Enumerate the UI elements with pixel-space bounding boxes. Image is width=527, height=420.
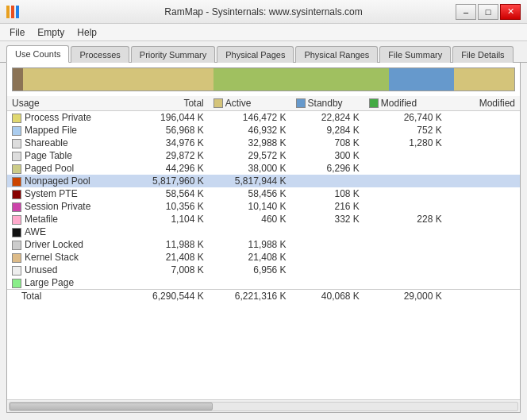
cell-total: 7,008 K	[126, 264, 209, 276]
cell-modified2	[447, 175, 520, 187]
tab-processes[interactable]: Processes	[71, 46, 129, 63]
cell-usage: Total	[7, 290, 126, 303]
cell-modified2	[447, 124, 520, 137]
cell-modified2	[447, 264, 520, 276]
row-color-indicator	[12, 228, 21, 237]
cell-modified: 29,000 K	[364, 290, 447, 303]
cell-modified	[364, 251, 447, 264]
cell-active: 5,817,944 K	[209, 175, 291, 187]
cell-modified	[364, 238, 447, 251]
table-row: Kernel Stack21,408 K21,408 K	[7, 251, 520, 264]
cell-standby	[291, 276, 364, 290]
cell-active: 29,572 K	[209, 149, 291, 162]
table-area: Usage Total Active Standby	[7, 96, 520, 412]
menu-bar: File Empty Help	[0, 24, 527, 41]
table-row: Session Private10,356 K10,140 K216 K	[7, 200, 520, 213]
horizontal-scrollbar[interactable]	[7, 399, 520, 412]
table-row: Shareable34,976 K32,988 K708 K1,280 K	[7, 137, 520, 149]
cell-active: 10,140 K	[209, 200, 291, 213]
cell-modified2	[447, 137, 520, 149]
cell-active: 21,408 K	[209, 251, 291, 264]
scroll-thumb[interactable]	[10, 403, 213, 410]
main-content: Usage Total Active Standby	[6, 63, 521, 413]
cell-usage: Session Private	[7, 200, 126, 213]
tab-file-details[interactable]: File Details	[452, 46, 513, 63]
cell-total: 10,356 K	[126, 200, 209, 213]
cell-modified	[364, 187, 447, 200]
cell-total: 58,564 K	[126, 187, 209, 200]
cell-standby	[291, 175, 364, 187]
cell-standby: 6,296 K	[291, 162, 364, 175]
cell-active: 6,956 K	[209, 264, 291, 276]
menu-help[interactable]: Help	[71, 25, 103, 40]
standby-color-box	[296, 98, 306, 108]
cell-total	[126, 276, 209, 290]
data-table: Usage Total Active Standby	[7, 96, 520, 302]
table-row: Nonpaged Pool5,817,960 K5,817,944 K	[7, 175, 520, 187]
table-scroll[interactable]: Usage Total Active Standby	[7, 96, 520, 399]
cell-modified	[364, 225, 447, 238]
cell-usage: Large Page	[7, 276, 126, 290]
tab-file-summary[interactable]: File Summary	[379, 46, 451, 63]
cell-modified2	[447, 162, 520, 175]
cell-standby: 332 K	[291, 213, 364, 225]
cell-standby: 216 K	[291, 200, 364, 213]
cell-modified2	[447, 276, 520, 290]
cell-modified: 1,280 K	[364, 137, 447, 149]
tab-physical-ranges[interactable]: Physical Ranges	[295, 46, 378, 63]
cell-usage: Kernel Stack	[7, 251, 126, 264]
cell-modified	[364, 175, 447, 187]
cell-usage: Paged Pool	[7, 162, 126, 175]
col-header-modified: Modified	[364, 96, 447, 111]
menu-file[interactable]: File	[3, 25, 31, 40]
cell-usage: Shareable	[7, 137, 126, 149]
cell-standby	[291, 225, 364, 238]
col-header-total: Total	[126, 96, 209, 111]
cell-modified: 752 K	[364, 124, 447, 137]
table-row: System PTE58,564 K58,456 K108 K	[7, 187, 520, 200]
cell-modified: 228 K	[364, 213, 447, 225]
cell-standby: 108 K	[291, 187, 364, 200]
cell-usage: System PTE	[7, 187, 126, 200]
cell-modified2	[447, 149, 520, 162]
modified-color-box	[369, 98, 379, 108]
cell-modified2	[447, 290, 520, 303]
cell-modified	[364, 200, 447, 213]
col-header-modified2: Modified	[447, 96, 520, 111]
cell-active	[209, 225, 291, 238]
cell-standby	[291, 264, 364, 276]
cell-usage: Page Table	[7, 149, 126, 162]
row-color-indicator	[12, 215, 21, 225]
restore-button[interactable]: □	[478, 4, 498, 20]
tab-physical-pages[interactable]: Physical Pages	[217, 46, 294, 63]
cell-total: 44,296 K	[126, 162, 209, 175]
tab-priority-summary[interactable]: Priority Summary	[131, 46, 215, 63]
row-color-indicator	[12, 139, 21, 148]
menu-empty[interactable]: Empty	[31, 25, 71, 40]
cell-total: 196,044 K	[126, 111, 209, 125]
cell-standby: 40,068 K	[291, 290, 364, 303]
close-button[interactable]: ✕	[500, 4, 521, 20]
active-color-box	[213, 98, 223, 108]
cell-usage: Driver Locked	[7, 238, 126, 251]
tab-bar: Use Counts Processes Priority Summary Ph…	[0, 41, 527, 63]
table-row: Metafile1,104 K460 K332 K228 K	[7, 213, 520, 225]
cell-active: 146,472 K	[209, 111, 291, 125]
cell-modified2	[447, 213, 520, 225]
cell-standby: 708 K	[291, 137, 364, 149]
cell-total: 29,872 K	[126, 149, 209, 162]
tab-use-counts[interactable]: Use Counts	[6, 45, 69, 63]
icon-bar3	[16, 6, 19, 18]
icon-bar1	[6, 6, 10, 18]
icon-bar2	[11, 6, 14, 18]
minimize-button[interactable]: –	[456, 4, 476, 20]
cell-standby: 300 K	[291, 149, 364, 162]
row-color-indicator	[12, 266, 21, 276]
cell-modified: 26,740 K	[364, 111, 447, 125]
window-title: RamMap - Sysinternals: www.sysinternals.…	[0, 6, 527, 17]
table-row: Driver Locked11,988 K11,988 K	[7, 238, 520, 251]
title-bar-left	[6, 6, 19, 18]
scroll-track[interactable]	[9, 402, 518, 411]
cell-modified	[364, 149, 447, 162]
cell-usage: Mapped File	[7, 124, 126, 137]
